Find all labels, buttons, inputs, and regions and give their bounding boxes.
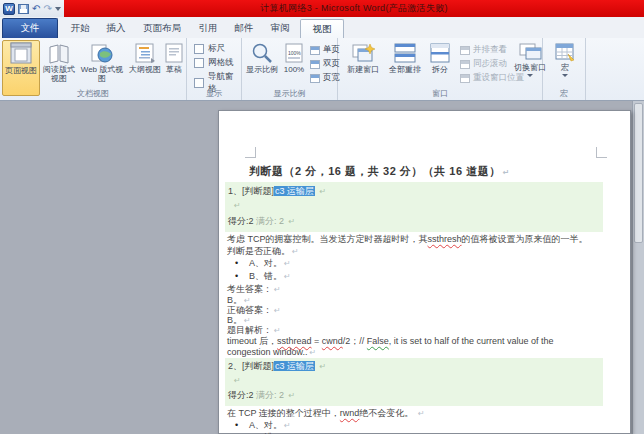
title-text-area: 计算机网络3 - Microsoft Word(产品激活失败) — [64, 0, 644, 17]
spellcheck-word: cwnd — [322, 336, 343, 346]
group-macros: 宏 宏 — [543, 38, 586, 100]
macros-icon — [554, 42, 576, 62]
question-1-header-block: 1、[判断题]c3 运输层 得分:2 满分: 2 — [225, 182, 603, 232]
title-bar: W ↶ ↷ 计算机网络3 - Microsoft Word(产品激活失败) — [0, 0, 644, 17]
grammar-word: False — [367, 336, 389, 346]
tab-home[interactable]: 开始 — [64, 19, 96, 38]
tab-references[interactable]: 引用 — [192, 19, 224, 38]
selected-text[interactable]: c3 运输层 — [274, 186, 315, 196]
zoom-100-icon: 100% — [283, 42, 305, 64]
group-document-views: 页面视图 阅读版式视图 Web 版式视图 — [0, 38, 187, 100]
side-by-side-icon — [460, 46, 470, 55]
quick-access-toolbar: W ↶ ↷ — [0, 0, 64, 17]
web-layout-icon — [90, 42, 114, 64]
tab-file[interactable]: 文件 — [2, 18, 58, 38]
question-2-stem: 在 TCP 连接的整个过程中，rwnd绝不会变化。 — [227, 408, 425, 419]
question-1-option-a: A、对。 — [249, 258, 291, 269]
draft-view-icon — [163, 42, 185, 64]
undo-icon[interactable]: ↶ — [32, 4, 40, 14]
page-width-icon — [310, 74, 320, 83]
macros-caret-icon — [562, 74, 568, 77]
selected-text[interactable]: c3 运输层 — [274, 361, 315, 371]
margin-crop-mark — [596, 147, 607, 158]
switch-windows-caret-icon — [527, 74, 533, 77]
question-1-score-line: 得分:2 满分: 2 — [228, 216, 295, 227]
word-logo-icon[interactable]: W — [3, 3, 15, 15]
checkbox-icon — [194, 44, 204, 54]
question-2-option-a: A、对。 — [249, 420, 291, 431]
group-zoom: 显示比例 100% 100% 单页 双页 页宽 — [242, 38, 338, 100]
magnifier-icon — [250, 42, 274, 64]
question-2-score-line: 得分:2 满分: 2 — [228, 390, 295, 401]
question-1-title: 1、[判断题]c3 运输层 — [228, 186, 326, 197]
group-window: 新建窗口 全部重排 拆分 — [338, 38, 543, 100]
tab-mailings[interactable]: 邮件 — [228, 19, 260, 38]
reading-view-icon — [47, 42, 71, 64]
group-label-document-views: 文档视图 — [0, 88, 186, 99]
student-answer-label: 考生答案： — [227, 284, 281, 295]
empty-paragraph — [232, 200, 241, 211]
view-side-by-side-button: 并排查看 — [460, 44, 507, 56]
one-page-icon — [310, 46, 320, 55]
margin-crop-mark — [245, 147, 256, 158]
document-area: 判断题（2 分，16 题，共 32 分）（共 16 道题） 1、[判断题]c3 … — [0, 101, 644, 434]
ribbon: 页面视图 阅读版式视图 Web 版式视图 — [0, 38, 644, 101]
question-1-stem-line-1: 考虑 TCP的拥塞控制。当发送方定时器超时时，其ssthresh的值将被设置为原… — [227, 234, 588, 245]
two-pages-icon — [310, 60, 320, 69]
group-label-show: 显示 — [187, 88, 241, 99]
tab-view[interactable]: 视图 — [300, 19, 344, 38]
group-label-macros: 宏 — [543, 88, 585, 99]
spellcheck-word: ssthresh — [428, 234, 462, 244]
checkbox-icon — [194, 58, 204, 68]
section-heading: 判断题（2 分，16 题，共 32 分）（共 16 道题） — [249, 164, 510, 179]
switch-windows-icon — [517, 42, 543, 62]
question-1-stem-line-2: 判断是否正确。 — [227, 246, 299, 257]
vertical-scrollbar[interactable] — [632, 101, 644, 434]
group-label-window: 窗口 — [338, 88, 542, 99]
tab-insert[interactable]: 插入 — [100, 19, 132, 38]
document-page[interactable]: 判断题（2 分，16 题，共 32 分）（共 16 道题） 1、[判断题]c3 … — [218, 110, 631, 434]
question-2-title: 2、[判断题]c3 运输层 — [228, 361, 326, 372]
qat-customize-caret-icon[interactable] — [55, 7, 61, 11]
tab-review[interactable]: 审阅 — [264, 19, 296, 38]
scrollbar-thumb[interactable] — [634, 103, 643, 243]
question-2-header-block: 2、[判断题]c3 运输层 得分:2 满分: 2 — [225, 358, 603, 406]
empty-paragraph — [232, 375, 241, 386]
two-pages-button[interactable]: 双页 — [310, 58, 340, 70]
ribbon-tab-row: 文件 开始 插入 页面布局 引用 邮件 审阅 视图 — [0, 17, 644, 38]
group-label-zoom: 显示比例 — [242, 88, 337, 99]
one-page-button[interactable]: 单页 — [310, 44, 340, 56]
window-title: 计算机网络3 - Microsoft Word(产品激活失败) — [260, 2, 448, 15]
group-show: 标尺 网格线 导航窗格 显示 — [187, 38, 242, 100]
gridlines-checkbox[interactable]: 网格线 — [194, 57, 234, 69]
save-icon[interactable] — [18, 4, 29, 14]
checkbox-icon — [194, 78, 204, 88]
page-view-icon — [9, 41, 33, 65]
spellcheck-word: rwnd — [340, 408, 360, 418]
page-width-button[interactable]: 页宽 — [310, 72, 340, 84]
outline-view-icon — [133, 42, 157, 64]
new-window-icon — [350, 42, 376, 64]
tab-page-layout[interactable]: 页面布局 — [136, 19, 188, 38]
svg-text:100%: 100% — [288, 50, 301, 56]
reset-position-icon — [460, 74, 470, 83]
spellcheck-word: ssthread — [277, 336, 312, 346]
ruler-checkbox[interactable]: 标尺 — [194, 43, 225, 55]
arrange-all-icon — [393, 42, 417, 64]
question-1-option-b: B、错。 — [249, 271, 291, 282]
split-icon — [429, 42, 451, 64]
explanation-line-1: timeout 后，ssthread = cwnd/2；// False, it… — [227, 336, 553, 347]
synchronous-scrolling-button: 同步滚动 — [460, 58, 507, 70]
redo-icon[interactable]: ↷ — [43, 4, 51, 14]
explanation-line-2: congestion window.. — [227, 347, 316, 358]
sync-scrolling-icon — [460, 60, 470, 69]
explanation-label: 题目解析： — [227, 325, 281, 336]
word-window: W ↶ ↷ 计算机网络3 - Microsoft Word(产品激活失败) 文件… — [0, 0, 644, 434]
